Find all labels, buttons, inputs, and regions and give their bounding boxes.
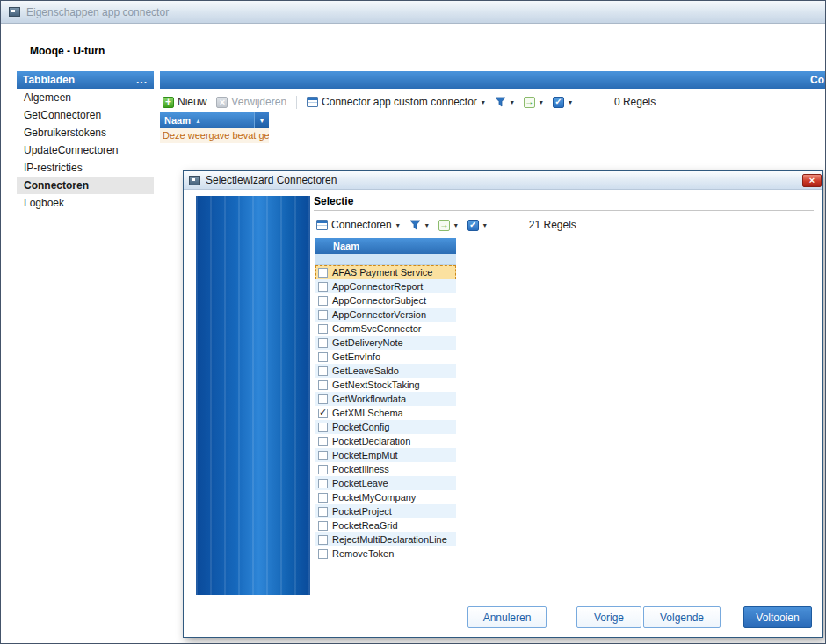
connector-list: AFAS Payment Service AppConnectorReport … [315, 265, 456, 561]
sidebar-item[interactable]: UpdateConnectoren [17, 141, 154, 159]
connector-name: GetXMLSchema [332, 408, 403, 418]
row-checkbox[interactable] [318, 479, 328, 488]
main-grid-header: Naam ▲ ▾ [160, 112, 269, 128]
selection-button[interactable]: ✓ ▾ [465, 218, 489, 233]
main-toolbar: + Nieuw × Verwijderen Connector app cust… [160, 92, 825, 112]
app-window: Eigenschappen app connector Mooqe - U-tu… [0, 0, 826, 644]
row-checkbox[interactable] [318, 465, 328, 474]
row-checkbox[interactable] [318, 535, 328, 545]
new-button[interactable]: + Nieuw [160, 94, 209, 110]
connector-name: AppConnectorSubject [332, 295, 426, 306]
connector-row[interactable]: PocketMyCompany [315, 490, 456, 504]
sidebar-item[interactable]: IP-restricties [17, 159, 154, 177]
row-checkbox[interactable] [318, 352, 328, 362]
connectoren-dropdown[interactable]: Connectoren ▾ [314, 217, 402, 233]
dialog-title: Selectiewizard Connectoren [206, 174, 337, 186]
sidebar-item-label: UpdateConnectoren [24, 144, 118, 156]
connector-row[interactable]: PocketIllness [315, 462, 456, 476]
row-checkbox[interactable] [318, 310, 328, 320]
row-checkbox[interactable] [318, 549, 328, 559]
more-icon[interactable]: ... [136, 76, 148, 83]
section-divider [314, 210, 814, 211]
annuleren-button[interactable]: Annuleren [467, 606, 547, 628]
chevron-down-icon: ▾ [454, 221, 458, 229]
row-checkbox[interactable] [318, 423, 328, 432]
sidebar-header-label: Tabbladen [23, 74, 75, 86]
column-header-naam[interactable]: Naam ▲ [160, 112, 254, 128]
chevron-down-icon: ▾ [569, 98, 572, 106]
blue-check-icon: ✓ [553, 97, 564, 108]
row-checkbox[interactable] [318, 324, 328, 334]
connector-row[interactable]: RemoveToken [315, 546, 456, 561]
delete-button[interactable]: × Verwijderen [214, 94, 289, 110]
connector-row[interactable]: CommSvcConnector [315, 322, 456, 336]
sidebar-item-label: Logboek [24, 197, 64, 209]
row-checkbox[interactable] [318, 282, 328, 292]
export-button[interactable]: → ▾ [521, 95, 546, 110]
chevron-down-icon: ▾ [396, 221, 400, 229]
row-checkbox[interactable] [318, 338, 328, 348]
chevron-down-icon: ▾ [482, 98, 485, 106]
connector-row[interactable]: PocketDeclaration [315, 434, 456, 448]
connector-row[interactable]: AppConnectorSubject [315, 293, 456, 308]
connector-row[interactable]: AppConnectorVersion [315, 308, 456, 322]
row-checkbox[interactable] [318, 507, 328, 517]
connector-name: AppConnectorReport [332, 281, 423, 292]
connector-name: PocketDeclaration [332, 436, 410, 446]
wizard-side-graphic [196, 196, 310, 595]
sidebar-item[interactable]: Logboek [17, 194, 154, 212]
connector-row[interactable]: GetLeaveSaldo [315, 364, 456, 378]
sidebar-item-label: Gebruikerstokens [24, 127, 106, 139]
row-checkbox[interactable] [318, 451, 328, 460]
connector-row[interactable]: GetDeliveryNote [315, 336, 456, 350]
row-checkbox[interactable] [318, 493, 328, 503]
sidebar-item[interactable]: Gebruikerstokens [17, 124, 154, 141]
connector-type-dropdown[interactable]: Connector app custom connector ▾ [304, 94, 488, 110]
dialog-titlebar: Selectiewizard Connectoren × [184, 171, 822, 190]
sidebar-item[interactable]: Connectoren [17, 177, 154, 194]
row-checkbox[interactable] [318, 366, 328, 376]
connector-row[interactable]: PocketEmpMut [315, 448, 456, 462]
connector-row[interactable]: RejectMultiDeclarationLine [315, 532, 456, 546]
row-checkbox[interactable] [318, 394, 328, 404]
dialog-icon [189, 176, 200, 185]
selection-button[interactable]: ✓ ▾ [550, 95, 575, 110]
connector-name: RejectMultiDeclarationLine [332, 534, 447, 545]
row-count: 21 Regels [529, 219, 576, 231]
connector-row[interactable]: GetWorkflowdata [315, 392, 456, 406]
filter-row[interactable] [315, 254, 456, 265]
connector-row[interactable]: GetNextStockTaking [315, 378, 456, 392]
dialog-toolbar: Connectoren ▾ ▾ → ▾ ✓ ▾ 21 Regels [314, 215, 814, 235]
sidebar-item-label: Algemeen [24, 91, 71, 104]
row-checkbox[interactable] [318, 380, 328, 390]
export-button[interactable]: → ▾ [436, 218, 460, 233]
sidebar-item-label: IP-restricties [24, 162, 83, 174]
row-checkbox[interactable] [318, 409, 328, 418]
grid-empty-message: Deze weergave bevat ge [160, 128, 269, 143]
connector-name: AppConnectorVersion [332, 309, 426, 320]
close-icon[interactable]: × [802, 174, 822, 187]
connector-row[interactable]: PocketConfig [315, 420, 456, 434]
connector-row[interactable]: AFAS Payment Service [315, 265, 456, 279]
row-checkbox[interactable] [318, 296, 328, 306]
connector-row[interactable]: PocketProject [315, 504, 456, 518]
connector-type-label: Connector app custom connector [322, 96, 477, 108]
row-checkbox[interactable] [318, 268, 328, 278]
connector-row[interactable]: PocketReaGrid [315, 518, 456, 532]
filter-button[interactable]: ▾ [492, 95, 517, 109]
connector-row[interactable]: PocketLeave [315, 476, 456, 490]
vorige-button[interactable]: Vorige [576, 606, 641, 628]
filter-button[interactable]: ▾ [407, 218, 431, 232]
volgende-button[interactable]: Volgende [643, 606, 721, 628]
plus-icon: + [163, 97, 174, 108]
column-header-naam[interactable]: Naam [315, 238, 456, 254]
column-menu-button[interactable]: ▾ [254, 112, 269, 128]
connector-row[interactable]: AppConnectorReport [315, 279, 456, 293]
row-checkbox[interactable] [318, 437, 328, 446]
row-checkbox[interactable] [318, 521, 328, 531]
voltooien-button[interactable]: Voltooien [743, 606, 812, 628]
sidebar-item[interactable]: GetConnectoren [17, 106, 154, 124]
sidebar-item[interactable]: Algemeen [17, 89, 154, 106]
connector-row[interactable]: GetXMLSchema [315, 406, 456, 420]
connector-row[interactable]: GetEnvInfo [315, 350, 456, 364]
